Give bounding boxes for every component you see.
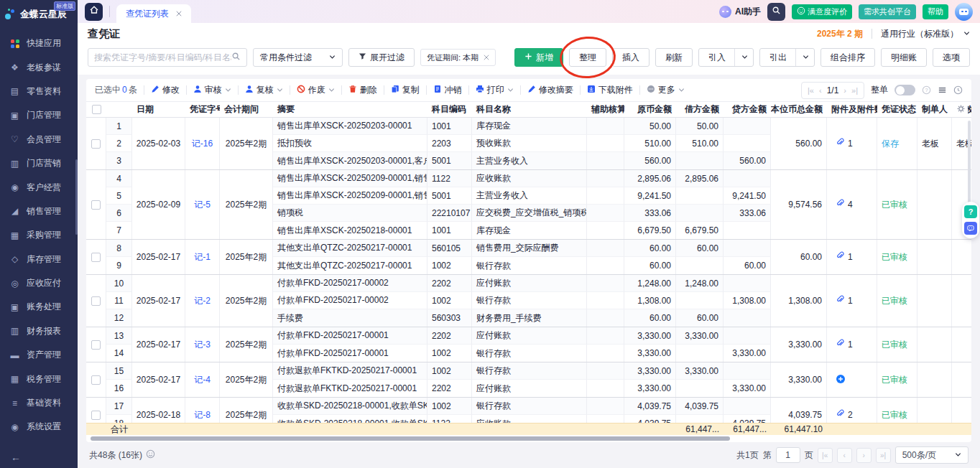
sidebar-item-retail-data[interactable]: ▤零售资料 — [0, 80, 78, 103]
column-header-2[interactable]: 日期 — [132, 102, 185, 117]
global-search-button[interactable] — [767, 3, 785, 21]
row-checkbox[interactable] — [91, 139, 101, 149]
smiley-icon[interactable] — [146, 449, 155, 461]
voucher-number-link[interactable]: 记-8 — [194, 409, 211, 421]
accounting-period[interactable]: 2025年 2 期 — [817, 28, 863, 40]
sidebar-item-inventory-management[interactable]: ◇库存管理 — [0, 248, 78, 271]
page-size-select[interactable]: 500条/页 — [895, 446, 969, 464]
search-icon[interactable] — [231, 51, 241, 64]
voucher-number-link[interactable]: 记-3 — [194, 339, 211, 351]
sidebar-scrollbar[interactable] — [75, 159, 78, 235]
row-checkbox[interactable] — [91, 411, 101, 420]
voucher-number-link[interactable]: 记-5 — [194, 199, 211, 211]
filter-chip-period[interactable]: 凭证期间: 本期 — [420, 49, 496, 66]
next-page-button[interactable]: › — [856, 448, 872, 463]
options-button[interactable]: 选项 — [933, 48, 970, 67]
add-attachment-button[interactable] — [836, 374, 846, 386]
more-action[interactable]: 更多 — [647, 84, 685, 96]
voucher-line[interactable]: 手续费560303财务费用_手续费60.0060.00 — [273, 309, 771, 327]
last-page-button[interactable]: »| — [876, 448, 891, 463]
row-checkbox[interactable] — [91, 340, 101, 350]
voucher-line[interactable]: 付款单FKD-20250217-000012202应付账款3,330.003,3… — [273, 327, 771, 345]
chat-float-button[interactable] — [964, 222, 977, 235]
first-page-button[interactable]: |« — [818, 448, 833, 463]
history-clock-icon[interactable] — [953, 85, 963, 95]
column-header-4[interactable]: 会计期间 — [220, 102, 273, 117]
column-header-11[interactable]: 贷方金额 — [724, 102, 771, 117]
sidebar-item-member-management[interactable]: ♡会员管理 — [0, 128, 78, 151]
column-header-6[interactable]: 科目编码 — [427, 102, 472, 117]
voucher-search-box[interactable] — [88, 48, 247, 67]
insert-button[interactable]: 插入 — [612, 48, 650, 67]
voucher-line[interactable]: 销售出库单XSCK-20250203-000011001库存现金50.0050.… — [273, 118, 771, 135]
voucher-line[interactable]: 抵扣预收2203预收账款510.00510.00 — [273, 135, 771, 152]
voucher-line[interactable]: 其他支出单QTZC-20250217-000011002银行存款60.0060.… — [273, 257, 771, 274]
first-page-icon[interactable]: |« — [808, 86, 814, 95]
help-circle-icon[interactable]: ? — [922, 85, 931, 95]
row-checkbox[interactable] — [91, 253, 101, 262]
column-header-8[interactable]: 辅助核算 — [587, 102, 624, 117]
prev-page-button[interactable]: ‹ — [837, 448, 852, 463]
voucher-line[interactable]: 收款单SKD-20250218-00001,收款单SKD-20...1002银行… — [273, 398, 771, 415]
attachment-count[interactable]: 1 — [836, 339, 853, 350]
horizontal-scrollbar-thumb[interactable] — [91, 436, 730, 441]
voucher-line[interactable]: 付款单FKD-20250217-000011002银行存款3,330.003,3… — [273, 345, 771, 362]
review-action[interactable]: 复核 — [245, 84, 283, 96]
attachment-count[interactable]: 4 — [836, 199, 853, 210]
home-button[interactable] — [85, 3, 103, 21]
help-button[interactable]: 帮助 — [923, 4, 948, 19]
attachment-count[interactable]: 1 — [836, 251, 853, 263]
sidebar-item-purchase-management[interactable]: ▦采购管理 — [0, 223, 78, 247]
detail-ledger-button[interactable]: 明细账 — [881, 48, 927, 67]
next-page-icon[interactable]: › — [843, 86, 846, 95]
column-header-14[interactable]: 凭证状态 — [877, 102, 917, 117]
add-button[interactable]: 新增 — [514, 48, 563, 67]
voucher-line[interactable]: 付款单FKD-20250217-000022202应付账款1,248.001,2… — [273, 275, 771, 292]
edit-action[interactable]: 修改 — [151, 84, 180, 96]
page-number-input[interactable]: 1 — [776, 447, 800, 463]
cocreate-platform-button[interactable]: 需求共创平台 — [859, 4, 916, 19]
sidebar-item-customer-operation[interactable]: ◉客户经营 — [0, 175, 78, 199]
last-page-icon[interactable]: »| — [851, 86, 858, 95]
copy-action[interactable]: 复制 — [391, 84, 420, 96]
column-header-12[interactable]: 本位币总金额 — [771, 102, 827, 117]
column-header-13[interactable]: 附件及附件数? — [827, 102, 877, 117]
close-icon[interactable] — [484, 53, 489, 62]
sidebar-item-boss-advisor[interactable]: ❖老板参谋 — [0, 55, 78, 79]
prev-page-icon[interactable]: ‹ — [819, 86, 822, 95]
sidebar-item-asset-management[interactable]: ▬资产管理 — [0, 343, 78, 367]
row-checkbox[interactable] — [91, 200, 101, 210]
attachment-count[interactable]: 2 — [836, 409, 853, 421]
sidebar-collapse-button[interactable]: ← — [0, 446, 78, 468]
row-checkbox[interactable] — [91, 375, 101, 385]
combo-sort-button[interactable]: 组合排序 — [820, 48, 875, 67]
column-menu-icon[interactable] — [938, 85, 947, 95]
sidebar-item-base-data[interactable]: ≡基础资料 — [0, 391, 78, 415]
approve-action[interactable]: 审核 — [193, 84, 231, 96]
attachment-count[interactable]: 1 — [836, 138, 853, 149]
sidebar-item-system-settings[interactable]: ◉系统设置 — [0, 415, 78, 439]
voucher-number-link[interactable]: 记-16 — [192, 138, 213, 150]
row-checkbox[interactable] — [91, 296, 101, 306]
expand-filter-button[interactable]: 展开过滤 — [348, 48, 415, 67]
reverse-action[interactable]: 冲销 — [433, 84, 462, 96]
tab-voucher-list[interactable]: 查凭证列表 — [116, 4, 191, 23]
export-button[interactable]: 引出 — [759, 48, 815, 67]
column-header-9[interactable]: 原币金额 — [624, 102, 676, 117]
voucher-line[interactable]: 付款退款单FKTKD-20250217-000012202应付账款3,330.0… — [273, 380, 771, 397]
organize-button[interactable]: 整理 — [569, 48, 606, 67]
voucher-line[interactable]: 其他支出单QTZC-20250217-00001560105销售费用_交际应酬费… — [273, 240, 771, 257]
help-float-button[interactable]: ? — [964, 205, 977, 218]
voucher-number-link[interactable]: 记-2 — [194, 295, 211, 307]
industry-selector[interactable]: 通用行业（标准版） — [881, 28, 970, 40]
voucher-number-link[interactable]: 记-1 — [194, 251, 211, 263]
search-input[interactable] — [94, 52, 231, 62]
sidebar-item-accounting[interactable]: ▣账务处理 — [0, 295, 78, 319]
select-all-checkbox[interactable] — [92, 105, 101, 114]
whole-doc-toggle[interactable] — [895, 85, 915, 95]
refresh-button[interactable]: 刷新 — [655, 48, 693, 67]
voucher-number-link[interactable]: 记-4 — [194, 374, 211, 386]
column-header-10[interactable]: 借方金额 — [676, 102, 724, 117]
ai-assistant-button[interactable]: AI助手 — [719, 6, 761, 18]
sidebar-item-receivable-payable[interactable]: ◎应收应付 — [0, 271, 78, 295]
